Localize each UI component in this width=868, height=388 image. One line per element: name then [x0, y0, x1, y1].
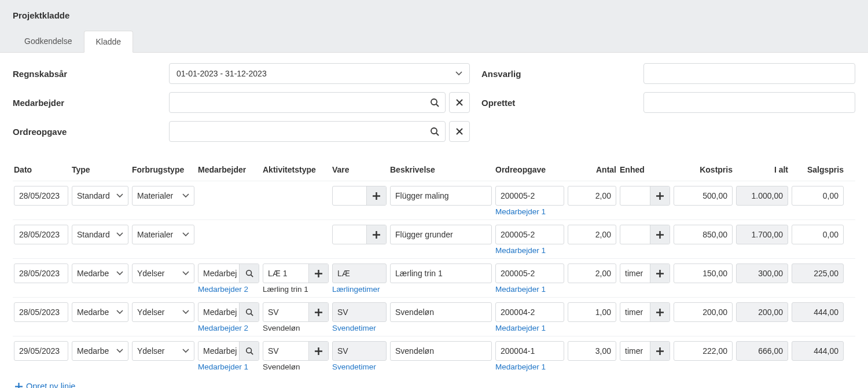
col-dato: Dato — [13, 165, 72, 174]
dato-input[interactable]: 28/05/2023 — [14, 263, 68, 283]
select-regnskabsaar[interactable]: 01-01-2023 - 31-12-2023 — [169, 63, 470, 84]
forbrugstype-select[interactable]: Materialer — [132, 186, 194, 206]
dato-input[interactable]: 28/05/2023 — [14, 225, 68, 244]
ordreopgave-input[interactable]: 200004-2 — [495, 302, 564, 322]
salgspris-input[interactable]: 0,00 — [792, 186, 844, 206]
chevron-down-icon — [116, 349, 123, 353]
type-select[interactable]: Medarbe — [72, 302, 128, 322]
chevron-down-icon — [182, 232, 189, 237]
plus-icon[interactable] — [650, 225, 670, 244]
aktivitetstype-sub: Svendeløn — [263, 363, 300, 371]
dato-input[interactable]: 29/05/2023 — [14, 341, 68, 361]
forbrugstype-select[interactable]: Ydelser — [132, 302, 194, 322]
clear-medarbejder-button[interactable] — [449, 92, 470, 113]
enhed-lookup[interactable]: timer — [620, 302, 670, 322]
plus-icon[interactable] — [650, 186, 670, 205]
ordreopgave-link[interactable]: Medarbejder 1 — [495, 207, 546, 216]
input-oprettet[interactable] — [643, 92, 855, 113]
kostpris-input[interactable]: 850,00 — [674, 225, 733, 244]
ordreopgave-input[interactable]: 200004-1 — [495, 341, 564, 361]
aktivitetstype-lookup[interactable]: SV — [263, 302, 329, 322]
salgspris-input[interactable]: 0,00 — [792, 225, 844, 244]
beskrivelse-input[interactable]: Flügger maling — [390, 186, 492, 206]
search-icon[interactable] — [239, 303, 259, 321]
medarbejder-lookup[interactable]: Medarbejde — [198, 302, 259, 322]
ordreopgave-link[interactable]: Medarbejder 1 — [495, 246, 546, 255]
aktivitetstype-lookup[interactable]: SV — [263, 341, 329, 361]
vare-link[interactable]: Svendetimer — [332, 363, 376, 371]
plus-icon[interactable] — [308, 303, 328, 321]
clear-ordreopgave-button[interactable] — [449, 121, 470, 142]
antal-input[interactable]: 2,00 — [568, 186, 616, 206]
search-icon[interactable] — [239, 342, 259, 360]
forbrugstype-select[interactable]: Ydelser — [132, 263, 194, 283]
input-medarbejder[interactable] — [169, 92, 446, 113]
plus-icon[interactable] — [366, 225, 386, 244]
plus-icon[interactable] — [308, 264, 328, 283]
aktivitetstype-sub: Svendeløn — [263, 324, 300, 332]
svg-line-1 — [436, 104, 439, 107]
search-icon[interactable] — [430, 98, 439, 107]
dato-input[interactable]: 28/05/2023 — [14, 186, 68, 206]
type-select[interactable]: Medarbe — [72, 263, 128, 283]
select-regnskabsaar-value: 01-01-2023 - 31-12-2023 — [176, 69, 267, 78]
ordreopgave-input[interactable]: 200005-2 — [495, 225, 564, 244]
vare-input: SV — [332, 341, 387, 361]
beskrivelse-input[interactable]: Flügger grunder — [390, 225, 492, 244]
antal-input[interactable]: 2,00 — [568, 263, 616, 283]
medarbejder-link[interactable]: Medarbejder 2 — [198, 285, 248, 294]
plus-icon[interactable] — [650, 264, 670, 283]
enhed-lookup[interactable]: timer — [620, 341, 670, 361]
type-select[interactable]: Medarbe — [72, 341, 128, 361]
chevron-down-icon — [116, 271, 123, 276]
table-row: 28/05/2023MedarbeYdelserMedarbejdeLÆ 1LÆ… — [13, 258, 855, 297]
add-line-button[interactable]: Opret ny linje — [13, 375, 855, 388]
antal-input[interactable]: 3,00 — [568, 341, 616, 361]
vare-lookup[interactable] — [332, 225, 387, 244]
col-salg: Salgspris — [792, 165, 847, 174]
ordreopgave-link[interactable]: Medarbejder 1 — [495, 363, 546, 371]
aktivitetstype-lookup[interactable]: LÆ 1 — [263, 263, 329, 283]
vare-link[interactable]: Lærlingetimer — [332, 285, 380, 294]
close-icon — [456, 128, 463, 135]
plus-icon[interactable] — [308, 342, 328, 360]
vare-link[interactable]: Svendetimer — [332, 324, 376, 332]
enhed-lookup[interactable] — [620, 225, 670, 244]
beskrivelse-input[interactable]: Svendeløn — [390, 302, 492, 322]
input-ordreopgave[interactable] — [169, 121, 446, 142]
medarbejder-lookup[interactable]: Medarbejde — [198, 263, 259, 283]
forbrugstype-select[interactable]: Ydelser — [132, 341, 194, 361]
type-select[interactable]: Standard — [72, 225, 128, 244]
dato-input[interactable]: 28/05/2023 — [14, 302, 68, 322]
medarbejder-lookup[interactable]: Medarbejde — [198, 341, 259, 361]
ordreopgave-link[interactable]: Medarbejder 1 — [495, 324, 546, 332]
plus-icon[interactable] — [650, 342, 670, 360]
type-select[interactable]: Standard — [72, 186, 128, 206]
plus-icon[interactable] — [366, 186, 386, 205]
search-icon[interactable] — [239, 264, 259, 283]
tab-kladde[interactable]: Kladde — [84, 31, 134, 53]
forbrugstype-select[interactable]: Materialer — [132, 225, 194, 244]
beskrivelse-input[interactable]: Svendeløn — [390, 341, 492, 361]
search-icon[interactable] — [430, 127, 439, 136]
kostpris-input[interactable]: 222,00 — [674, 341, 733, 361]
ordreopgave-input[interactable]: 200005-2 — [495, 263, 564, 283]
col-type: Type — [72, 165, 132, 174]
salgspris-value: 225,00 — [792, 263, 844, 283]
plus-icon[interactable] — [650, 303, 670, 321]
antal-input[interactable]: 2,00 — [568, 225, 616, 244]
enhed-lookup[interactable]: timer — [620, 263, 670, 283]
beskrivelse-input[interactable]: Lærling trin 1 — [390, 263, 492, 283]
kostpris-input[interactable]: 200,00 — [674, 302, 733, 322]
medarbejder-link[interactable]: Medarbejder 1 — [198, 363, 248, 371]
enhed-lookup[interactable] — [620, 186, 670, 206]
input-ansvarlig[interactable] — [643, 63, 855, 84]
antal-input[interactable]: 1,00 — [568, 302, 616, 322]
vare-lookup[interactable] — [332, 186, 387, 206]
kostpris-input[interactable]: 150,00 — [674, 263, 733, 283]
kostpris-input[interactable]: 500,00 — [674, 186, 733, 206]
medarbejder-link[interactable]: Medarbejder 2 — [198, 324, 248, 332]
tab-godkendelse[interactable]: Godkendelse — [13, 31, 84, 52]
ordreopgave-input[interactable]: 200005-2 — [495, 186, 564, 206]
ordreopgave-link[interactable]: Medarbejder 1 — [495, 285, 546, 294]
